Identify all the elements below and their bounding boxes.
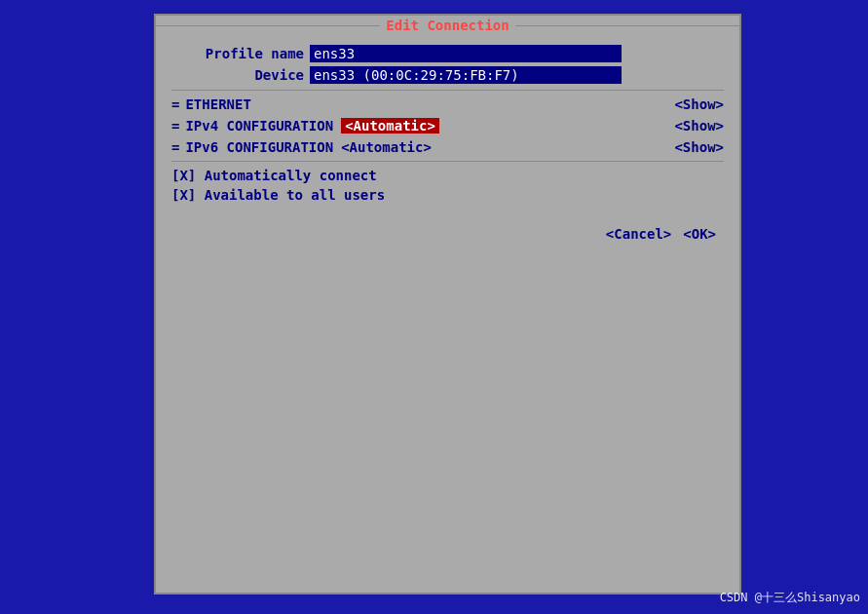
ipv4-show[interactable]: <Show> <box>674 118 724 134</box>
available-users-row: [X] Available to all users <box>168 187 728 203</box>
ipv6-eq: = <box>171 139 179 155</box>
ipv6-section: = IPv6 CONFIGURATION <Automatic> <Show> <box>168 139 728 155</box>
available-users-label[interactable]: [X] Available to all users <box>171 187 385 203</box>
dialog-title: Edit Connection <box>380 18 514 33</box>
dialog-content: Profile name ens33 Device ens33 (00:0C:2… <box>156 37 739 249</box>
profile-name-value[interactable]: ens33 <box>310 45 622 62</box>
ipv6-value[interactable]: <Automatic> <box>341 139 432 155</box>
title-line-left <box>156 25 380 26</box>
ethernet-left: = ETHERNET <box>171 96 259 112</box>
buttons-row: <Cancel> <OK> <box>168 226 728 242</box>
auto-connect-row: [X] Automatically connect <box>168 168 728 183</box>
device-value[interactable]: ens33 (00:0C:29:75:FB:F7) <box>310 66 622 84</box>
ethernet-eq: = <box>171 96 179 112</box>
title-line-right <box>515 25 739 26</box>
ipv6-name: IPv6 CONFIGURATION <box>185 139 333 155</box>
device-row: Device ens33 (00:0C:29:75:FB:F7) <box>168 66 728 84</box>
ipv4-section: = IPv4 CONFIGURATION <Automatic> <Show> <box>168 118 728 134</box>
cancel-button[interactable]: <Cancel> <box>602 226 675 242</box>
ethernet-section: = ETHERNET <Show> <box>168 96 728 112</box>
ipv4-eq: = <box>171 118 179 134</box>
ipv4-left: = IPv4 CONFIGURATION <Automatic> <box>171 118 439 134</box>
ipv6-left: = IPv6 CONFIGURATION <Automatic> <box>171 139 432 155</box>
ipv6-show[interactable]: <Show> <box>674 139 724 155</box>
ipv4-value[interactable]: <Automatic> <box>341 118 439 134</box>
auto-connect-label[interactable]: [X] Automatically connect <box>171 168 377 183</box>
ethernet-name: ETHERNET <box>185 96 250 112</box>
divider-2 <box>171 161 724 162</box>
divider-1 <box>171 90 724 91</box>
ipv4-name: IPv4 CONFIGURATION <box>185 118 333 134</box>
profile-name-label: Profile name <box>168 46 304 61</box>
dialog-title-bar: Edit Connection <box>156 14 739 37</box>
ethernet-show[interactable]: <Show> <box>674 96 724 112</box>
device-label: Device <box>168 67 304 83</box>
ok-button[interactable]: <OK> <box>679 226 720 242</box>
watermark: CSDN @十三么Shisanyao <box>720 590 860 606</box>
edit-connection-dialog: Edit Connection Profile name ens33 Devic… <box>154 14 741 595</box>
profile-name-row: Profile name ens33 <box>168 45 728 62</box>
